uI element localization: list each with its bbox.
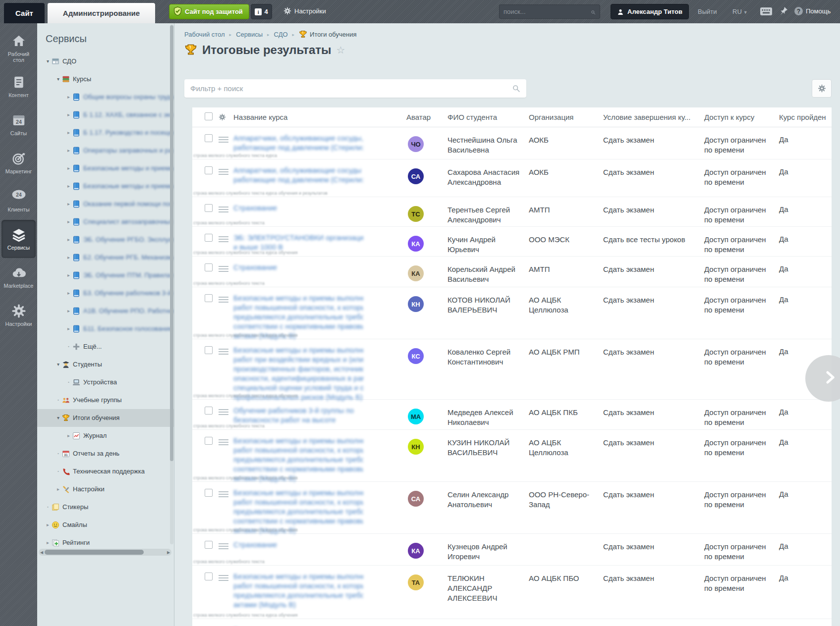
expander-icon[interactable]: ▪ [65,338,72,356]
tree-item[interactable]: ▸ ЭБ. Обучение ПТМ. Правила по охр [37,266,174,284]
expander-icon[interactable]: ▾ [55,409,62,427]
topbar-search-input[interactable] [504,8,591,15]
row-menu-icon[interactable] [219,543,228,549]
tree-item[interactable]: ▾ Итоги обучения [37,409,174,427]
column-settings-icon[interactable] [219,107,228,127]
row-checkbox[interactable] [205,234,213,242]
tree-item[interactable]: ▸ Б 1.17. Руководство и посещение горн [37,124,174,142]
row-checkbox[interactable] [205,541,213,549]
grid-settings-button[interactable] [812,79,832,98]
expander-icon[interactable]: ▸ [65,231,72,249]
col-header-passed[interactable]: Курс пройден [779,107,832,127]
user-menu-button[interactable]: Александр Титов [611,4,689,19]
tree-item[interactable]: ▸ Смайлы [37,516,174,534]
rail-item-сервисы[interactable]: Сервисы [1,220,36,258]
row-menu-icon[interactable] [219,297,228,303]
tree-item[interactable]: ▸ А1В. Обучение РПО. Работники орг [37,302,174,320]
tree-item[interactable]: ▸ Б11. Безопасное голосование раб [37,320,174,338]
search-icon[interactable] [512,84,520,93]
avatar[interactable]: КС [408,348,424,364]
col-header-condition[interactable]: Условие завершения ку... [603,107,704,127]
avatar[interactable]: КА [408,543,424,559]
expander-icon[interactable]: ▸ [65,284,72,302]
course-name-cell[interactable]: Безопасные методы и приемы выполненияраб… [233,572,363,619]
tree-item[interactable]: ▸ Операторы заправочных и раздаточ [37,142,174,159]
scroll-left-arrow[interactable]: ◀ [39,550,45,555]
tree-item[interactable]: ▸ Б3. Обучение работников 3-й групп [37,284,174,302]
breadcrumb-item[interactable]: Рабочий стол [184,31,225,38]
pin-icon[interactable] [779,6,788,17]
expander-icon[interactable]: ▪ [55,463,62,480]
expander-icon[interactable]: ▾ [55,356,62,373]
row-checkbox[interactable] [205,489,213,497]
avatar[interactable]: КА [408,265,424,281]
expander-icon[interactable]: ▸ [65,159,72,177]
breadcrumb-item[interactable]: СДО [274,31,288,38]
expander-icon[interactable]: ▸ [65,177,72,195]
avatar[interactable]: ТС [408,206,424,222]
site-protected-button[interactable]: Сайт под защитой [169,4,249,19]
avatar[interactable]: ТА [408,574,424,590]
avatar[interactable]: КН [408,296,424,312]
scrollbar-thumb[interactable] [45,550,144,555]
tree-item[interactable]: ▾ СДО [37,52,174,70]
tree-item[interactable]: ▸ Общие вопросы охраны труда и функц [37,88,174,106]
row-menu-icon[interactable] [219,575,228,581]
expander-icon[interactable]: ▾ [55,70,62,88]
tree-item[interactable]: ▸ Специалист автозаправочных стан [37,213,174,231]
row-menu-icon[interactable] [219,491,228,497]
expander-icon[interactable]: ▪ [55,391,62,409]
row-menu-icon[interactable] [219,207,228,212]
expander-icon[interactable]: ▸ [65,106,72,124]
help-button[interactable]: ? Помощь [794,7,831,15]
tab-site[interactable]: Сайт [4,3,45,23]
row-menu-icon[interactable] [219,349,228,355]
keyboard-icon[interactable] [760,6,773,16]
tree-item[interactable]: ▸ Оказание первой помощи пострад [37,195,174,213]
avatar[interactable]: ЧО [408,136,424,152]
logout-link[interactable]: Выйти [698,8,717,15]
col-header-access[interactable]: Доступ к курсу [704,107,779,127]
col-header-student[interactable]: ФИО студента [448,107,529,127]
tree-item[interactable]: ▪ Устройства [37,373,174,391]
rail-item-контент[interactable]: Контент [1,67,36,105]
tree-item[interactable]: ▾ Студенты [37,356,174,373]
rail-item-сайты[interactable]: 24 Сайты [1,105,36,144]
expander-icon[interactable]: ▪ [44,498,52,516]
tree-horizontal-scrollbar[interactable]: ◀ ▶ [39,549,171,556]
row-menu-icon[interactable] [219,236,228,242]
expander-icon[interactable]: ▸ [65,142,72,159]
expander-icon[interactable]: ▸ [65,320,72,338]
tree-vertical-scrollbar[interactable] [170,24,173,544]
row-checkbox[interactable] [205,204,213,212]
avatar[interactable]: МА [408,409,424,424]
avatar[interactable]: КА [408,236,424,252]
expander-icon[interactable]: ▪ [55,445,62,463]
expander-icon[interactable]: ▸ [55,480,62,498]
tree-item[interactable]: ▸ Безопасные методы и приемы вып [37,159,174,177]
avatar[interactable]: СА [408,168,424,184]
tree-item[interactable]: ▸ Журнал [37,427,174,445]
tree-item[interactable]: ▪ 31 Отчеты за день [37,445,174,463]
row-menu-icon[interactable] [219,266,228,272]
select-all-checkbox[interactable] [205,112,213,120]
row-checkbox[interactable] [205,134,213,142]
tree-item[interactable]: ▪ Техническая поддержка [37,463,174,480]
tree-item[interactable]: ▪ Учебные группы [37,391,174,409]
course-name-cell[interactable]: Безопасные методы и приемы выполненияраб… [233,346,363,399]
expander-icon[interactable]: ▸ [65,88,72,106]
row-menu-icon[interactable] [219,137,228,143]
expander-icon[interactable]: ▾ [44,52,52,70]
filter-search-input[interactable] [190,84,512,93]
tree-item[interactable]: ▪ Ещё... [37,338,174,356]
expander-icon[interactable]: ▸ [65,124,72,142]
expander-icon[interactable]: ▸ [65,195,72,213]
tree-item[interactable]: ▸ Безопасные методы и приемы работ [37,177,174,195]
tab-admin-active[interactable]: Администрирование [48,3,155,23]
rail-item-маркетинг[interactable]: Маркетинг [1,144,36,182]
tree-item[interactable]: ▸ ЭБ. Обучение РГБО. Эксплуатация [37,231,174,249]
rail-item-marketplace[interactable]: Marketplace [1,258,36,296]
row-checkbox[interactable] [205,166,213,174]
row-menu-icon[interactable] [219,169,228,175]
scroll-right-arrow[interactable]: ▶ [166,550,171,555]
